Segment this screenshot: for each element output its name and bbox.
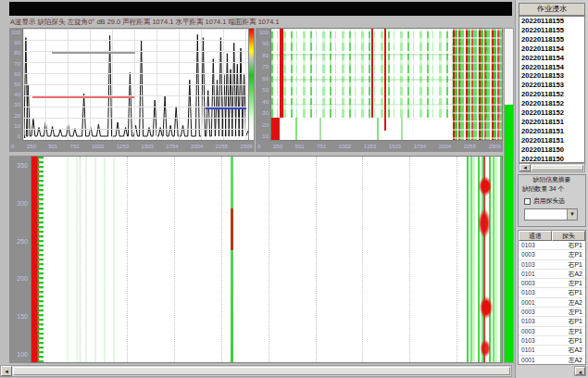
defect-channel-cell: 0003 (519, 279, 549, 287)
gate-red[interactable] (32, 96, 134, 98)
scroll-left-arrow-icon[interactable]: ◂ (519, 164, 531, 171)
y-tick-label: 40 (262, 99, 269, 105)
defect-table-row[interactable]: 0003左P1 (519, 279, 585, 288)
job-list-item[interactable]: 20220118154 (519, 54, 584, 63)
defect-info-groupbox: 缺陷信息摘要 缺陷数量 34 个 启用探头选 ▼ (518, 174, 586, 227)
ascan-x-axis: 02505017511002125315031754200422552506 (9, 141, 255, 152)
chevron-down-icon[interactable]: ▼ (567, 209, 577, 220)
job-list-item[interactable]: 20220118150 (519, 155, 584, 163)
job-list-item[interactable]: 20220118152 (519, 90, 584, 99)
defect-table[interactable]: 通道探头 0103右P10003左P10103右P10101右A20003左P1… (518, 230, 586, 365)
combobox-value (525, 209, 567, 220)
x-tick-label: 1754 (414, 144, 426, 149)
bscan-red-line (371, 29, 373, 118)
y-tick-label: 50 (14, 82, 20, 87)
x-tick-label: 1503 (142, 144, 154, 149)
x-tick-label: 2506 (489, 144, 501, 149)
x-tick-label: 1754 (166, 144, 178, 149)
probe-filter-checkbox[interactable] (524, 198, 531, 205)
job-list-item[interactable]: 20220118155 (519, 17, 584, 26)
main-horizontal-scrollbar[interactable]: ◂ (0, 365, 512, 377)
defect-channel-cell: 0003 (519, 250, 549, 258)
job-list-item[interactable]: 20220118152 (519, 108, 584, 118)
y-tick-label: 40 (14, 92, 20, 97)
x-tick-label: 751 (70, 144, 80, 149)
defect-table-row[interactable]: 0103右P1 (519, 317, 585, 326)
defect-table-column-header[interactable]: 探头 (552, 231, 585, 241)
defect-table-row[interactable]: 0103右P1 (519, 288, 585, 297)
bottom-gridline (221, 157, 222, 362)
job-list-item[interactable]: 20220118150 (519, 145, 584, 155)
window-title-bar[interactable] (9, 2, 512, 16)
coverage-indicator-strip (504, 28, 514, 363)
defect-probe-cell: 右P1 (549, 317, 585, 325)
defect-probe-cell: 左P1 (549, 308, 585, 316)
scroll-left-arrow-icon[interactable]: ◂ (1, 366, 12, 376)
defect-table-row[interactable]: 0103右P1 (519, 241, 585, 250)
defect-channel-cell: 0103 (519, 260, 549, 269)
bottom-gridline (316, 157, 317, 362)
sidebar: 作业浸水 20220118155202201181552022011815520… (515, 0, 588, 378)
x-tick-label: 0 (257, 144, 260, 149)
defect-table-column-header[interactable]: 通道 (519, 231, 552, 241)
job-list-item[interactable]: 20220118155 (519, 26, 584, 35)
defect-count-label: 缺陷数量 34 个 (522, 184, 564, 194)
job-list-item[interactable]: 20220118154 (519, 44, 584, 54)
scrollbar-thumb[interactable] (13, 367, 510, 375)
y-tick-label: 300 (17, 201, 28, 207)
defect-table-row[interactable]: 0001左A2 (519, 298, 585, 308)
defect-probe-cell: 右P1 (549, 241, 585, 249)
x-tick-label: 751 (317, 144, 326, 149)
x-tick-label: 501 (48, 144, 57, 149)
x-tick-label: 2506 (241, 144, 253, 149)
bscan-plot[interactable] (270, 28, 503, 141)
job-list-item[interactable]: 20220118153 (519, 71, 584, 81)
defect-probe-cell: 右P1 (549, 288, 585, 296)
defect-table-row[interactable]: 0003左P1 (519, 250, 585, 259)
job-list-header: 作业浸水 (519, 3, 585, 16)
defect-channel-cell: 0003 (519, 308, 549, 316)
x-tick-label: 250 (273, 144, 282, 149)
job-list-item[interactable]: 20220118151 (519, 127, 584, 136)
defect-table-row[interactable]: 0103右P1 (519, 336, 585, 346)
y-tick-label: 90 (262, 41, 269, 46)
job-list-item[interactable]: 20220118153 (519, 81, 584, 90)
x-tick-label: 1253 (117, 144, 129, 149)
defect-channel-cell: 0103 (519, 241, 549, 249)
bottom-gridline (269, 157, 269, 362)
defect-channel-cell: 0101 (519, 270, 549, 278)
defect-table-row[interactable]: 0003左P1 (519, 308, 585, 317)
job-list-item[interactable]: 20220118155 (519, 35, 584, 44)
defect-table-row[interactable]: 0101右A2 (519, 346, 585, 355)
job-list-scrollbar[interactable]: ◂ (519, 163, 585, 172)
status-info-line: A波显示 缺陷探头 左旋角0° dB 29.0 声程距离 1074.1 水平距离… (10, 16, 512, 28)
probe-select-combobox[interactable]: ▼ (524, 208, 578, 220)
defect-table-row[interactable]: 0003左P1 (519, 327, 585, 336)
gate-gray[interactable] (52, 52, 135, 54)
x-tick-label: 2255 (464, 144, 476, 149)
y-tick-label: 200 (17, 276, 28, 282)
bottom-green-speckle (38, 157, 44, 362)
defect-table-row[interactable]: 0103右P1 (519, 260, 585, 270)
bscan-red-line (384, 29, 386, 131)
job-list-item[interactable]: 20220118151 (519, 118, 584, 127)
defect-channel-cell: 0103 (519, 288, 549, 296)
ascan-plot[interactable] (22, 28, 249, 141)
bottom-scan-plot[interactable] (31, 156, 503, 363)
scrollbar-thumb[interactable] (532, 165, 583, 170)
probe-filter-row: 启用探头选 (524, 196, 565, 206)
defect-table-row[interactable]: 0101右A2 (519, 270, 585, 279)
job-list[interactable]: 2022011815520220118155202201181552022011… (519, 16, 585, 163)
defect-table-scrollbar[interactable]: ◂ (574, 366, 586, 376)
job-list-item[interactable]: 20220118154 (519, 63, 584, 72)
defect-channel-cell: 0001 (519, 356, 549, 364)
job-list-item[interactable]: 20220118152 (519, 99, 584, 108)
y-tick-label: 60 (14, 71, 20, 77)
job-list-item[interactable]: 20220118151 (519, 136, 584, 145)
scroll-left-arrow-icon[interactable]: ◂ (575, 367, 585, 375)
bottom-scan-y-axis: 350300250200150100 (9, 156, 31, 363)
gate-blue[interactable] (206, 107, 246, 109)
defect-table-row[interactable]: 0001左A2 (519, 356, 585, 365)
y-tick-label: 100 (17, 352, 28, 358)
x-tick-label: 1002 (339, 144, 351, 149)
